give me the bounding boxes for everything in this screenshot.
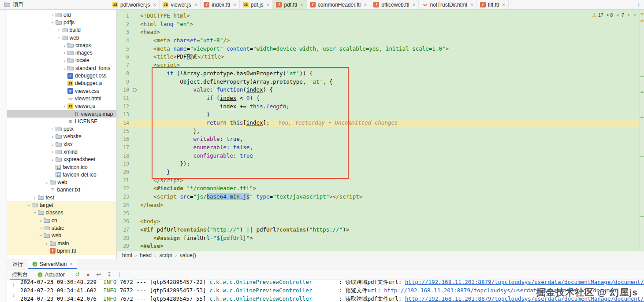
tab-close-icon[interactable]: ×	[194, 2, 197, 8]
console-link[interactable]: http://192.168.11.201:8879/topcloudsys/u…	[405, 295, 644, 302]
tree-item-viewer-js[interactable]: ›JSviewer.js	[7, 103, 116, 110]
code-line-28[interactable]: 28 <#assign finalUrl="${pdfUrl}">	[117, 234, 640, 243]
breadcrumb-item[interactable]: value()	[180, 252, 196, 258]
breadcrumb-item[interactable]: script	[160, 252, 172, 258]
code-line-3[interactable]: 3<head>	[117, 28, 640, 37]
code-line-12[interactable]: 12 index += this.length;	[117, 103, 640, 111]
tree-item-cmaps[interactable]: ›cmaps	[7, 41, 116, 49]
editor-tab-index-ftl[interactable]: findex.ftl×	[201, 0, 239, 9]
console[interactable]: ↑↓ 2024-07-23 09:30:48.229 INFO 7672 ---…	[7, 280, 644, 302]
soft-wrap-icon[interactable]: ↩	[93, 271, 104, 278]
chevron-right-icon[interactable]: ›	[50, 134, 56, 139]
stop-icon[interactable]: ■	[83, 272, 93, 277]
tab-close-icon[interactable]: ×	[266, 2, 269, 8]
chevron-right-icon[interactable]: ›	[38, 218, 44, 223]
left-tool-stripe[interactable]	[0, 10, 7, 302]
code-line-8[interactable]: 8 if (!Array.prototype.hasOwnProperty('a…	[117, 70, 640, 78]
tree-item-xspreadsheet[interactable]: ›xspreadsheet	[7, 156, 116, 163]
tree-item-debugger-css[interactable]: #debugger.css	[7, 72, 116, 79]
code-line-26[interactable]: 26<body>	[117, 217, 640, 226]
editor-tab-pdf-worker-js[interactable]: JSpdf.worker.js×	[109, 0, 160, 9]
code-line-17[interactable]: 17 enumerable: false,	[117, 144, 640, 152]
chevron-right-icon[interactable]: ›	[50, 12, 56, 18]
actuator-tab[interactable]: Actuator	[33, 269, 70, 280]
tab-close-icon[interactable]: ×	[300, 2, 303, 8]
chevron-down-icon[interactable]: ›	[38, 233, 44, 239]
error-stripe[interactable]	[640, 10, 644, 251]
run-tab-servermain[interactable]: ServerMain ×	[28, 259, 77, 269]
code-line-19[interactable]: 19 });	[117, 160, 640, 168]
code-line-27[interactable]: 27<#if pdfUrl?contains("http://") || pdf…	[117, 226, 640, 234]
chevron-down-icon[interactable]: ›	[56, 35, 61, 41]
tree-item-favicon-del-ico[interactable]: favicon-del.ico	[7, 171, 116, 178]
next-problem-icon[interactable]: ∨	[633, 13, 636, 17]
code-line-10[interactable]: 10 value: function(index) {	[117, 86, 640, 94]
tree-item-viewer-css[interactable]: #viewer.css	[7, 87, 116, 95]
more-icon[interactable]: ⋮	[115, 271, 125, 278]
chevron-right-icon[interactable]: ›	[50, 126, 56, 132]
console-link[interactable]: http://192.168.11.201:8879/topcloudsys/u…	[384, 287, 616, 294]
close-run-tab-icon[interactable]: ×	[70, 261, 73, 267]
tree-item-main[interactable]: ›main	[7, 239, 116, 247]
code-line-14[interactable]: 14 return this[index];You, Yesterday • U…	[117, 119, 640, 127]
project-tool-window-button[interactable]: 项目	[0, 0, 109, 9]
breadcrumb-item[interactable]: html	[122, 252, 132, 258]
inspections-widget[interactable]: ⚠17 ●8 ✓7 ∧ ∨	[592, 12, 636, 18]
tree-item-images[interactable]: ›images	[7, 49, 116, 56]
tab-close-icon[interactable]: ×	[502, 2, 505, 8]
code-line-22[interactable]: 22 <#include "*/commonHeader.ftl">	[117, 184, 640, 193]
tab-close-icon[interactable]: ×	[233, 2, 236, 8]
chevron-down-icon[interactable]: ›	[32, 210, 37, 216]
up-the-stack-icon[interactable]: ↑	[12, 282, 15, 288]
tree-item-locale[interactable]: ›locale	[7, 57, 116, 64]
editor-tab-tiff-ftl[interactable]: ftiff.ftl×	[477, 0, 509, 9]
tree-item-cn[interactable]: ›cn	[7, 217, 116, 224]
console-tab[interactable]: 控制台	[7, 269, 33, 280]
chevron-right-icon[interactable]: ›	[38, 225, 44, 231]
chevron-right-icon[interactable]: ›	[62, 66, 67, 71]
editor-tab-officeweb-ftl[interactable]: fofficeweb.ftl×	[370, 0, 419, 9]
code-line-2[interactable]: 2<html lang="en">	[117, 20, 640, 29]
editor-tab-nottrustdir-html[interactable]: <>notTrustDir.html×	[419, 0, 476, 9]
chevron-right-icon[interactable]: ›	[44, 180, 50, 185]
chevron-right-icon[interactable]: ›	[62, 50, 67, 55]
chevron-right-icon[interactable]: ›	[32, 195, 38, 200]
tree-item-website[interactable]: ›website	[7, 133, 116, 140]
tree-item-pdfjs[interactable]: ›pdfjs	[7, 18, 116, 26]
tab-close-icon[interactable]: ×	[470, 2, 473, 8]
tree-item-viewer-html[interactable]: <>viewer.html	[7, 95, 116, 102]
tree-item-web[interactable]: ›web	[7, 34, 116, 41]
code-line-13[interactable]: 13 }	[117, 110, 640, 119]
code-line-7[interactable]: 7 <script>	[117, 61, 640, 70]
editor-tab-pdf-ftl[interactable]: fpdf.ftl×	[273, 0, 306, 9]
editor-tab-pdf-js[interactable]: JSpdf.js×	[240, 0, 273, 9]
rerun-icon[interactable]: ↺	[72, 271, 83, 278]
code-line-29[interactable]: 29<#else>	[117, 242, 640, 250]
code-line-23[interactable]: 23 <script src="js/base64.min.js" type="…	[117, 193, 640, 201]
tree-item-target[interactable]: ›target	[7, 201, 116, 209]
chevron-right-icon[interactable]: ›	[56, 27, 62, 33]
tree-item-pptx[interactable]: ›pptx	[7, 125, 116, 133]
breadcrumb-item[interactable]: head	[140, 252, 152, 258]
tree-item-banner-txt[interactable]: ≡banner.txt	[7, 186, 116, 194]
chevron-right-icon[interactable]: ›	[62, 43, 67, 48]
code-line-6[interactable]: 6 <title>PDF预览</title>	[117, 53, 640, 61]
code-line-21[interactable]: 21 </script>	[117, 177, 640, 185]
code-line-15[interactable]: 15 },	[117, 127, 640, 136]
chevron-right-icon[interactable]: ›	[50, 157, 56, 162]
chevron-right-icon[interactable]: ›	[50, 142, 56, 147]
chevron-right-icon[interactable]: ›	[50, 149, 56, 155]
tab-close-icon[interactable]: ×	[364, 2, 367, 8]
tree-item-web[interactable]: ›web	[7, 232, 116, 239]
chevron-down-icon[interactable]: ›	[62, 103, 67, 109]
code-line-25[interactable]: 25	[117, 210, 640, 218]
code-line-5[interactable]: 5 <meta name="viewport" content="width=d…	[117, 45, 640, 53]
prev-problem-icon[interactable]: ∧	[627, 13, 630, 17]
code-line-11[interactable]: 11 if (index < 0) {	[117, 94, 640, 103]
tree-item-debugger-js[interactable]: JSdebugger.js	[7, 80, 116, 87]
tree-item-license[interactable]: ≡LICENSE	[7, 118, 116, 125]
chevron-right-icon[interactable]: ›	[62, 58, 67, 63]
code-line-20[interactable]: 20 }	[117, 168, 640, 177]
chevron-right-icon[interactable]: ›	[44, 241, 50, 246]
tab-options-icon[interactable]: ⋮	[633, 0, 644, 9]
